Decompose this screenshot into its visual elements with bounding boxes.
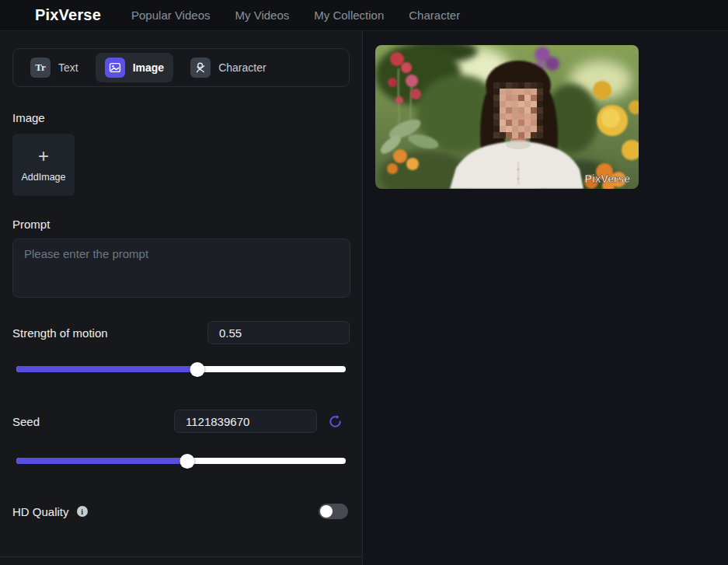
hd-quality-toggle[interactable]	[319, 504, 348, 519]
plus-icon: +	[38, 147, 49, 166]
prompt-section-label: Prompt	[12, 218, 350, 231]
top-nav: PixVerse Popular Videos My Videos My Col…	[0, 0, 728, 31]
hd-quality-row: HD Quality i	[12, 504, 350, 519]
hd-quality-toggle-knob	[320, 505, 333, 518]
add-image-label: AddImage	[22, 172, 66, 183]
character-mode-icon	[190, 58, 211, 78]
pixverse-logo[interactable]: PixVerse	[35, 6, 101, 24]
nav-item-my-videos[interactable]: My Videos	[235, 9, 289, 22]
seed-slider-fill	[16, 458, 187, 464]
nav-item-my-collection[interactable]: My Collection	[314, 9, 384, 22]
panel-bottom-divider	[0, 556, 362, 557]
prompt-input[interactable]	[12, 239, 350, 298]
seed-row: Seed	[12, 410, 350, 433]
seed-label: Seed	[12, 415, 174, 428]
seed-slider[interactable]	[16, 454, 346, 468]
preview-panel: PixVerse	[363, 31, 728, 565]
info-icon[interactable]: i	[77, 506, 88, 517]
text-mode-icon: Tr	[30, 58, 51, 78]
add-image-button[interactable]: + AddImage	[12, 134, 75, 196]
tab-image-label: Image	[133, 61, 164, 74]
motion-slider[interactable]	[16, 362, 346, 376]
seed-value-input[interactable]	[174, 410, 317, 433]
main-layout: Tr Text Image	[0, 31, 728, 565]
tab-text[interactable]: Tr Text	[21, 53, 88, 82]
motion-label: Strength of motion	[12, 326, 207, 340]
nav-item-popular-videos[interactable]: Popular Videos	[131, 9, 210, 22]
motion-value-input[interactable]	[207, 321, 350, 344]
image-mode-icon	[105, 58, 125, 78]
preview-watermark: PixVerse	[585, 173, 631, 185]
motion-slider-thumb[interactable]	[190, 362, 205, 377]
tab-character-label: Character	[218, 61, 266, 74]
generation-settings-panel: Tr Text Image	[0, 31, 363, 565]
tab-text-label: Text	[58, 61, 78, 74]
motion-slider-fill	[16, 366, 197, 372]
preview-image[interactable]: PixVerse	[375, 45, 639, 189]
motion-row: Strength of motion	[12, 321, 350, 344]
text-icon-glyph: Tr	[35, 61, 45, 74]
seed-slider-thumb[interactable]	[180, 454, 195, 469]
hd-quality-label: HD Quality	[12, 505, 69, 518]
image-section-label: Image	[12, 111, 350, 124]
mode-tabbar: Tr Text Image	[12, 48, 350, 87]
tab-image[interactable]: Image	[96, 53, 173, 82]
seed-refresh-icon[interactable]	[329, 415, 342, 428]
nav-menu: Popular Videos My Videos My Collection C…	[131, 9, 460, 22]
nav-item-character[interactable]: Character	[409, 9, 460, 22]
tab-character[interactable]: Character	[181, 53, 275, 82]
